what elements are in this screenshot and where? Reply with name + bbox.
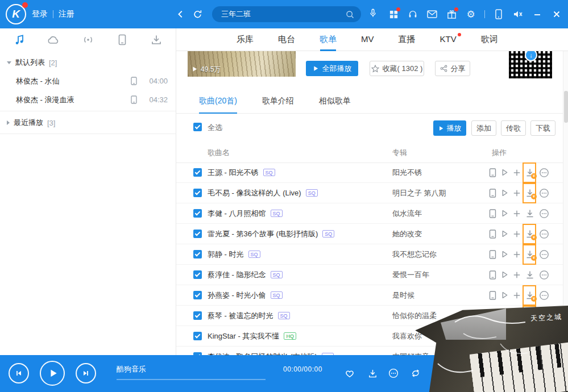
more-icon[interactable] <box>539 168 549 178</box>
device-icon[interactable] <box>489 189 496 198</box>
gift-icon[interactable] <box>446 9 457 20</box>
song-row[interactable]: 蔡琴 - 被遗忘的时光SQ恰似你的温柔¥ <box>176 306 563 326</box>
more-icon[interactable] <box>539 311 549 321</box>
login-link[interactable]: 登录 <box>32 9 48 19</box>
more-options-icon[interactable] <box>388 368 399 378</box>
device-icon[interactable] <box>489 270 496 280</box>
song-row[interactable]: 孙燕姿 - 时光小偷SQ是时候¥ <box>176 285 563 306</box>
add-icon[interactable] <box>513 189 521 197</box>
row-checkbox[interactable] <box>193 332 202 340</box>
cloud-icon[interactable] <box>47 33 60 47</box>
progress-bar[interactable] <box>117 379 266 380</box>
play-icon[interactable] <box>500 230 509 238</box>
download-icon[interactable]: ¥ <box>525 168 535 178</box>
play-icon[interactable] <box>500 168 509 177</box>
song-row[interactable]: 毛不易 - 像我这样的人 (Live)SQ明日之子 第八期¥ <box>176 183 563 203</box>
favorite-button[interactable]: 收藏( 1302 ) <box>370 61 424 76</box>
playlist-tab[interactable]: 相似歌单 <box>319 88 351 114</box>
device-icon[interactable] <box>489 168 496 177</box>
nav-tab-MV[interactable]: MV <box>361 28 374 51</box>
back-icon[interactable] <box>175 9 186 20</box>
nav-tab-电台[interactable]: 电台 <box>278 28 295 51</box>
add-icon[interactable] <box>513 251 521 258</box>
more-icon[interactable] <box>539 290 549 301</box>
settings-gear-icon[interactable]: ⚙ <box>465 9 476 20</box>
playlist-cover[interactable]: 49.5万 <box>188 51 296 77</box>
song-row[interactable]: 蔡淳佳 - 隐形纪念SQ爱恨一百年 <box>176 265 563 285</box>
phone-icon[interactable] <box>493 9 504 20</box>
mail-icon[interactable] <box>426 9 438 20</box>
add-icon[interactable] <box>513 271 521 279</box>
sidebar-song-item[interactable]: 林俊杰 - 水仙04:00 <box>0 72 176 90</box>
more-icon[interactable] <box>539 229 549 239</box>
more-icon[interactable] <box>539 270 549 280</box>
audio-device-icon[interactable] <box>512 9 524 20</box>
more-icon[interactable] <box>539 331 549 341</box>
more-icon[interactable] <box>539 188 549 198</box>
row-checkbox[interactable] <box>193 291 202 299</box>
next-button[interactable] <box>76 363 96 383</box>
add-icon[interactable] <box>513 312 521 320</box>
add-button[interactable]: 添加 <box>471 120 496 136</box>
more-icon[interactable] <box>539 249 549 260</box>
download-manager-icon[interactable] <box>150 33 163 47</box>
minimize-icon[interactable] <box>532 9 543 20</box>
like-heart-icon[interactable] <box>345 368 355 378</box>
local-music-icon[interactable] <box>13 33 26 47</box>
nav-tab-直播[interactable]: 直播 <box>399 28 416 51</box>
playlist-tab[interactable]: 歌单介绍 <box>262 88 294 114</box>
download-icon[interactable] <box>525 331 535 341</box>
play-icon[interactable] <box>500 311 509 320</box>
search-input[interactable] <box>220 10 344 19</box>
row-checkbox[interactable] <box>193 230 202 238</box>
transfer-button[interactable]: 传歌 <box>501 120 526 136</box>
add-icon[interactable] <box>513 210 521 218</box>
device-icon[interactable] <box>489 311 496 320</box>
song-row[interactable]: 李健 - 八月照相馆SQ似水流年 <box>176 203 563 224</box>
device-icon[interactable] <box>489 209 496 218</box>
search-icon[interactable] <box>344 9 355 20</box>
scrollbar-thumb[interactable] <box>564 91 568 123</box>
play-all-button[interactable]: 全部播放 <box>306 61 358 76</box>
row-checkbox[interactable] <box>193 168 202 177</box>
add-icon[interactable] <box>513 291 521 299</box>
close-icon[interactable] <box>551 9 562 20</box>
scrollbar[interactable] <box>563 51 568 355</box>
qr-code[interactable] <box>509 51 552 78</box>
add-icon[interactable] <box>513 230 521 238</box>
play-icon[interactable] <box>500 250 509 258</box>
nav-tab-乐库[interactable]: 乐库 <box>237 28 254 51</box>
song-row[interactable]: 王源 - 阳光不锈SQ阳光不锈¥ <box>176 162 563 183</box>
row-checkbox[interactable] <box>193 311 202 320</box>
sidebar-song-item[interactable]: 林俊杰 - 浪漫血液04:32 <box>0 90 176 109</box>
refresh-icon[interactable] <box>192 9 204 20</box>
play-icon[interactable] <box>500 332 509 340</box>
download-icon[interactable] <box>525 270 535 280</box>
headset-icon[interactable] <box>407 9 418 20</box>
download-icon[interactable] <box>367 368 378 378</box>
play-button[interactable] <box>40 361 65 386</box>
song-row[interactable]: 雷光夏 - 第36个故事 (电影抒情版)SQ她的改变¥ <box>176 224 563 244</box>
device-icon[interactable] <box>489 332 496 341</box>
share-button[interactable]: 分享 <box>435 61 470 76</box>
row-checkbox[interactable] <box>193 270 202 279</box>
device-icon[interactable] <box>489 250 496 259</box>
song-row[interactable]: 李代沫 - 取名回忆的时光 (吉他版)SQ中国好声音 <box>176 347 563 355</box>
play-icon[interactable] <box>500 189 509 197</box>
select-all-checkbox[interactable] <box>193 123 202 131</box>
song-row[interactable]: KingStar - 其实我不懂HQ我喜欢你 <box>176 326 563 347</box>
device-icon[interactable] <box>489 230 496 239</box>
register-link[interactable]: 注册 <box>59 9 74 19</box>
add-icon[interactable] <box>513 332 521 340</box>
playlist-section-header[interactable]: 最近播放[3] <box>0 114 176 132</box>
song-row[interactable]: 郭静 - 时光SQ我不想忘记你¥ <box>176 244 563 265</box>
nav-tab-歌词[interactable]: 歌词 <box>481 28 498 51</box>
playlist-tab[interactable]: 歌曲(20首) <box>199 88 237 114</box>
apps-grid-icon[interactable] <box>388 9 399 20</box>
add-icon[interactable] <box>513 169 521 177</box>
download-icon[interactable]: ¥ <box>525 188 535 198</box>
row-checkbox[interactable] <box>193 189 202 197</box>
previous-button[interactable] <box>9 363 29 383</box>
play-icon[interactable] <box>500 209 509 218</box>
download-icon[interactable]: ¥ <box>525 229 535 239</box>
